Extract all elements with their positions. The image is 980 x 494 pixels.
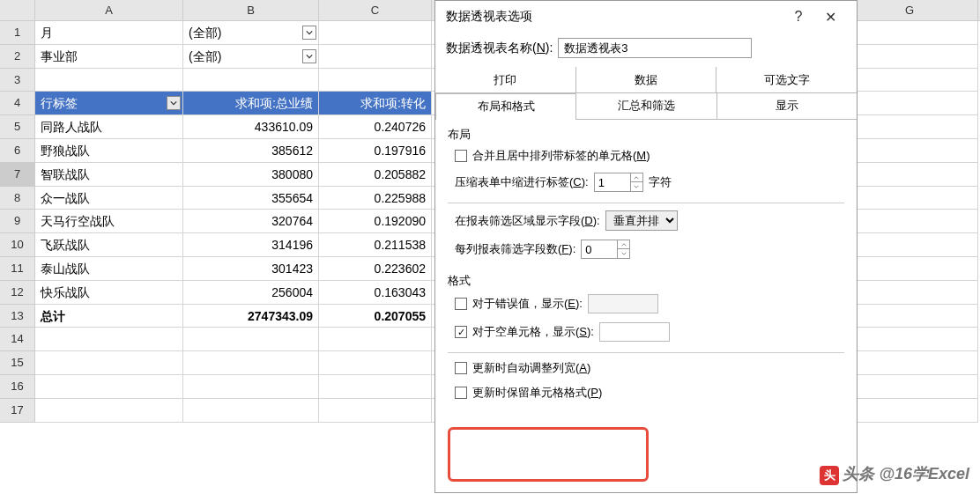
cell-value[interactable]: 320764 — [183, 210, 319, 233]
chevron-down-icon[interactable] — [302, 26, 316, 40]
tab-totals-filters[interactable]: 汇总和筛选 — [576, 93, 716, 120]
cell-value[interactable]: 0.163043 — [319, 281, 432, 305]
fields-per-col-input[interactable] — [582, 241, 617, 258]
row-header[interactable]: 8 — [0, 187, 35, 210]
column-header-B[interactable]: B — [183, 0, 319, 20]
row-header[interactable]: 3 — [0, 69, 35, 92]
indent-label: 压缩表单中缩进行标签(C): — [455, 174, 589, 190]
empty-cells-input[interactable] — [599, 322, 670, 342]
area-fields-select[interactable]: 垂直并排 — [605, 210, 678, 231]
row-header[interactable]: 13 — [0, 305, 35, 328]
filter-value-dept[interactable]: (全部) — [183, 45, 319, 69]
filter-value-month[interactable]: (全部) — [183, 21, 319, 45]
chevron-up-icon[interactable] — [617, 240, 629, 249]
indent-input[interactable] — [595, 174, 630, 191]
tab-print[interactable]: 打印 — [435, 67, 576, 92]
row-header[interactable]: 15 — [0, 351, 35, 375]
row-header[interactable]: 17 — [0, 399, 35, 423]
chevron-up-icon[interactable] — [630, 173, 642, 182]
row-header[interactable]: 12 — [0, 281, 35, 305]
cell-value[interactable]: 256004 — [183, 281, 319, 305]
row-header[interactable]: 2 — [0, 45, 35, 69]
row-header[interactable]: 11 — [0, 257, 35, 281]
pivottable-options-dialog: 数据透视表选项 ? ✕ 数据透视表名称(N): 打印 数据 可选文字 布局和格式… — [434, 0, 858, 493]
area-fields-row: 在报表筛选区域显示字段(D): 垂直并排 — [455, 210, 837, 231]
column-header-A[interactable]: A — [35, 0, 183, 20]
row-label[interactable]: 野狼战队 — [35, 139, 183, 163]
row-label[interactable]: 快乐战队 — [35, 281, 183, 305]
dialog-titlebar[interactable]: 数据透视表选项 ? ✕ — [435, 1, 857, 33]
row-label[interactable]: 众一战队 — [35, 187, 183, 210]
row-label[interactable]: 泰山战队 — [35, 257, 183, 281]
row-label[interactable]: 飞跃战队 — [35, 233, 183, 257]
pivot-row-label-header[interactable]: 行标签 — [35, 92, 183, 115]
dialog-title: 数据透视表选项 — [446, 9, 783, 25]
cell-value[interactable]: 0.192090 — [319, 210, 432, 233]
total-value[interactable]: 2747343.09 — [183, 305, 319, 328]
fields-per-col-stepper[interactable] — [581, 240, 630, 259]
bottom-tabs: 布局和格式 汇总和筛选 显示 — [435, 93, 857, 120]
error-values-input[interactable] — [588, 294, 658, 313]
chevron-down-icon[interactable] — [302, 49, 316, 63]
tab-layout-format[interactable]: 布局和格式 — [435, 93, 576, 120]
row-header[interactable]: 14 — [0, 328, 35, 351]
total-value[interactable]: 0.207055 — [319, 305, 432, 328]
preserve-formatting-checkbox[interactable] — [455, 387, 467, 399]
cell-value[interactable]: 433610.09 — [183, 115, 319, 139]
chevron-down-icon[interactable] — [630, 182, 642, 191]
row-header[interactable]: 5 — [0, 115, 35, 139]
format-group-title: 格式 — [435, 266, 857, 291]
column-header-G[interactable]: G — [842, 0, 978, 20]
row-label[interactable]: 同路人战队 — [35, 115, 183, 139]
row-label[interactable]: 智联战队 — [35, 163, 183, 187]
indent-row: 压缩表单中缩进行标签(C): 字符 — [455, 173, 837, 192]
row-header[interactable]: 4 — [0, 92, 35, 115]
tab-alttext[interactable]: 可选文字 — [716, 67, 857, 92]
update-options-group: 更新时自动调整列宽(A) 更新时保留单元格格式(P) — [435, 357, 857, 408]
row-header[interactable]: 7 — [0, 163, 35, 187]
cell-value[interactable]: 380080 — [183, 163, 319, 187]
cell-value[interactable]: 314196 — [183, 233, 319, 257]
autofit-columns-row: 更新时自动调整列宽(A) — [455, 360, 837, 376]
cell-value[interactable]: 355654 — [183, 187, 319, 210]
header-text: 行标签 — [41, 96, 78, 110]
pivot-col-c-header[interactable]: 求和项:转化 — [319, 92, 432, 115]
fields-per-col-label: 每列报表筛选字段数(F): — [455, 241, 575, 257]
row-label[interactable]: 天马行空战队 — [35, 210, 183, 233]
total-label[interactable]: 总计 — [35, 305, 183, 328]
chevron-down-icon[interactable] — [617, 249, 629, 258]
close-icon[interactable]: ✕ — [814, 9, 846, 26]
merge-center-label: 合并且居中排列带标签的单元格(M) — [472, 148, 650, 164]
pivot-col-b-header[interactable]: 求和项:总业绩 — [183, 92, 319, 115]
cell-value[interactable]: 0.223602 — [319, 257, 432, 281]
indent-stepper[interactable] — [594, 173, 643, 192]
autofit-columns-checkbox[interactable] — [455, 362, 467, 374]
tab-data[interactable]: 数据 — [576, 67, 717, 92]
separator — [448, 203, 844, 203]
pivottable-name-input[interactable] — [558, 38, 752, 58]
pivottable-name-row: 数据透视表名称(N): — [435, 33, 857, 67]
row-header[interactable]: 16 — [0, 375, 35, 399]
cell-value[interactable]: 301423 — [183, 257, 319, 281]
layout-group-title: 布局 — [435, 120, 857, 144]
error-values-checkbox[interactable] — [455, 298, 467, 310]
row-header[interactable]: 10 — [0, 233, 35, 257]
merge-center-checkbox[interactable] — [455, 150, 467, 162]
merge-center-row: 合并且居中排列带标签的单元格(M) — [455, 148, 837, 164]
cell-value[interactable]: 385612 — [183, 139, 319, 163]
cell-value[interactable]: 0.205882 — [319, 163, 432, 187]
chevron-down-icon[interactable] — [167, 96, 181, 110]
cell-value[interactable]: 0.240726 — [319, 115, 432, 139]
empty-cells-checkbox[interactable] — [455, 326, 467, 338]
select-all-corner[interactable] — [0, 0, 35, 20]
row-header[interactable]: 9 — [0, 210, 35, 233]
cell-value[interactable]: 0.211538 — [319, 233, 432, 257]
tab-display[interactable]: 显示 — [717, 93, 857, 120]
cell-value[interactable]: 0.225988 — [319, 187, 432, 210]
help-icon[interactable]: ? — [783, 9, 814, 25]
cell-value[interactable]: 0.197916 — [319, 139, 432, 163]
row-header[interactable]: 1 — [0, 21, 35, 45]
top-tabs: 打印 数据 可选文字 — [435, 67, 857, 93]
column-header-C[interactable]: C — [319, 0, 432, 20]
row-header[interactable]: 6 — [0, 139, 35, 163]
